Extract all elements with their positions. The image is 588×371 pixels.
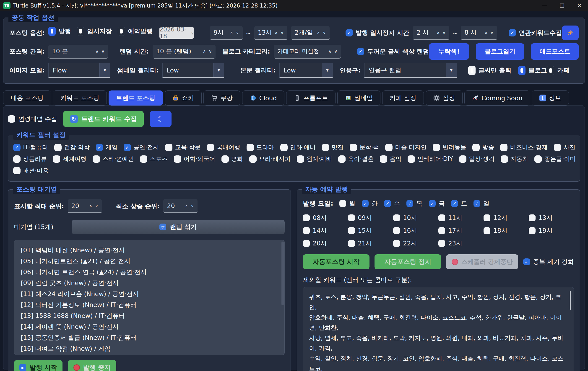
keyword-filter-checkbox[interactable]: 원예·재배 [297, 155, 332, 163]
posting-mode-radio[interactable]: 임시저장 [77, 27, 112, 36]
publish-day-checkbox[interactable]: 목 [406, 199, 422, 208]
adpost-button[interactable]: 애드포스트 [531, 43, 579, 60]
publish-time-checkbox[interactable]: 13시 [529, 214, 574, 222]
spinner-arrows-icon[interactable]: ∧∨ [182, 203, 194, 208]
tab-10[interactable]: Coming Soon [464, 90, 530, 106]
posting-mode-radio[interactable]: 예약발행 [118, 27, 153, 36]
keyword-filter-checkbox[interactable]: 세계여행 [53, 155, 86, 163]
keyword-filter-checkbox[interactable]: 인테리어·DIY [408, 155, 453, 163]
queue-list-item[interactable]: [13] 1588 1688 (Nnew) / IT·컴퓨터 [21, 310, 278, 321]
schedule-date-select[interactable]: 2026-03-18 ∨ [159, 27, 194, 39]
keyword-filter-checkbox[interactable]: IT·컴퓨터 [13, 143, 48, 151]
posting-mode-radio[interactable]: 발행 [48, 27, 71, 36]
keyword-filter-checkbox[interactable]: 어학·외국어 [174, 155, 215, 163]
keyword-filter-checkbox[interactable]: 음악 [380, 155, 401, 163]
pause-from-spinner[interactable]: 2 시 ∧∨ [413, 26, 449, 40]
publish-stop-button[interactable]: 발행 중지 [68, 360, 116, 371]
keyword-filter-checkbox[interactable]: 육아·결혼 [338, 155, 374, 163]
keyword-filter-checkbox[interactable]: 좋은글·이미지 [534, 155, 575, 163]
keyword-filter-checkbox[interactable]: 자동차 [501, 155, 528, 163]
tab-8[interactable]: 카페 설정 [382, 90, 424, 106]
text-only-checkbox[interactable]: 글씨만 출력 [468, 66, 511, 75]
keyword-filter-checkbox[interactable]: 요리·레시피 [249, 155, 291, 163]
auto-posting-start-button[interactable]: 자동포스팅 시작 [303, 254, 369, 269]
publish-time-checkbox[interactable]: 08시 [303, 214, 348, 222]
tab-9[interactable]: 설정 [426, 90, 462, 106]
queue-list-item[interactable]: [14] 세이렌 뜻 (Nnew) / 공연·전시 [21, 321, 278, 332]
queue-list-item[interactable]: [11] 예스24 라이브홀 (Nnew) / 공연·전시 [21, 289, 278, 300]
keyword-filter-checkbox[interactable]: 방송 [472, 143, 494, 151]
scrollbar[interactable] [570, 291, 571, 310]
quote-dropdown[interactable]: 인용구 랜덤 ▼ [364, 63, 457, 78]
related-keywords-checkbox[interactable]: 연관키워드수집 [509, 29, 562, 37]
spinner-arrows-icon[interactable]: ∧∨ [200, 49, 212, 54]
queue-list-item[interactable]: [06] 내가하면 로맨스 연극 (▲24) / 공연·전시 [21, 267, 278, 278]
tab-1[interactable]: 키워드 포스팅 [53, 90, 107, 106]
image-model-dropdown[interactable]: Flow ▼ [48, 63, 110, 78]
keyword-filter-checkbox[interactable]: 공연·전시 [124, 143, 159, 151]
tab-3[interactable]: 쇼커 [165, 90, 202, 106]
spinner-arrows-icon[interactable]: ∧∨ [314, 30, 326, 35]
queue-list-item[interactable]: [15] 공동인증서 발급 (Nnew) / IT·컴퓨터 [21, 332, 278, 343]
keyword-filter-checkbox[interactable]: 스타·연예인 [93, 155, 134, 163]
publish-time-checkbox[interactable]: 18시 [483, 227, 529, 235]
tab-11[interactable]: i정보 [532, 90, 569, 106]
pause-time-checkbox[interactable]: 발행 일시정지 시간 [346, 29, 410, 37]
min-rise-spinner[interactable]: 20 ∧∨ [163, 199, 198, 213]
pause-to-spinner[interactable]: 8 시 ∧∨ [461, 26, 497, 40]
queue-list[interactable]: [01] 백넘버 내한 (Nnew) / 공연·전시[05] 내가하면로맨스 (… [14, 240, 285, 355]
queue-list-item[interactable]: [12] 닥터신 기본정보 (Nnew) / IT·컴퓨터 [21, 300, 278, 310]
keyword-filter-checkbox[interactable]: 맛집 [322, 143, 344, 151]
keyword-filter-checkbox[interactable]: 반려동물 [433, 143, 466, 151]
queue-list-item[interactable]: [16] 대여르 약점 (Nnew) / 게임 [21, 343, 278, 354]
dedup-checkbox[interactable]: 중복 제거 강화 [523, 258, 574, 266]
keyword-filter-checkbox[interactable]: 문학·책 [350, 143, 379, 151]
body-quality-dropdown[interactable]: Low ▼ [279, 63, 333, 78]
keyword-filter-checkbox[interactable]: 비즈니스·경제 [500, 143, 547, 151]
keyword-filter-checkbox[interactable]: 만화·애니 [280, 143, 316, 151]
tab-4[interactable]: 쿠팡 [203, 90, 240, 106]
tab-7[interactable]: 썸네일 [337, 90, 380, 106]
scrollbar[interactable] [282, 241, 284, 305]
keyword-filter-checkbox[interactable]: 영화 [221, 155, 243, 163]
publish-time-checkbox[interactable]: 14시 [303, 227, 348, 235]
tab-2[interactable]: 트렌드 포스팅 [109, 90, 163, 106]
exclude-keywords-textarea[interactable]: 퀴즈, 토스, 분양, 청약, 두근두근, 살인, 죽음, 납치, 사고, 수익… [303, 287, 574, 371]
publish-time-checkbox[interactable]: 09시 [348, 214, 393, 222]
publish-day-checkbox[interactable]: 월 [339, 199, 355, 208]
publish-day-checkbox[interactable]: 수 [384, 199, 400, 208]
publish-time-checkbox[interactable]: 16시 [393, 227, 438, 235]
moon-theme-button[interactable]: ☾ [150, 111, 171, 127]
publish-day-checkbox[interactable]: 일 [473, 199, 489, 208]
tab-6[interactable]: 프롬프트 [286, 90, 336, 106]
posting-interval-spinner[interactable]: 10 분 ∧∨ [48, 45, 108, 59]
spinner-arrows-icon[interactable]: ∧∨ [326, 49, 337, 54]
publish-time-checkbox[interactable]: 10시 [393, 214, 438, 222]
keyword-filter-checkbox[interactable]: 일상·생각 [459, 155, 494, 163]
tab-0[interactable]: 내용 포스팅 [3, 90, 51, 106]
publish-time-checkbox[interactable]: 19시 [529, 227, 574, 235]
keyword-filter-checkbox[interactable]: 상품리뷰 [13, 155, 47, 163]
auto-posting-stop-button[interactable]: 자동포스팅 정지 [375, 254, 441, 269]
publish-day-checkbox[interactable]: 토 [451, 199, 467, 208]
time-to-spinner[interactable]: 13시 ∧∨ [254, 26, 287, 40]
keyword-filter-checkbox[interactable]: 교육·학문 [165, 143, 200, 151]
queue-list-item[interactable]: [09] 랄랄 굿즈 (Nnew) / 공연·전시 [21, 278, 278, 289]
queue-list-item[interactable]: [05] 내가하면로맨스 (▲21) / 공연·전시 [21, 256, 278, 267]
publish-time-checkbox[interactable]: 11시 [438, 214, 483, 222]
queue-list-item[interactable]: [17] 2026 퍼스트스탠드 (Nnew) / 게임 [21, 354, 278, 355]
bold-random-checkbox[interactable]: 두꺼운 글씨 색상 랜덤 [357, 47, 429, 56]
keyword-filter-checkbox[interactable]: 사진 [554, 143, 575, 151]
publish-day-checkbox[interactable]: 금 [429, 199, 445, 208]
per-day-spinner[interactable]: 2개/일 ∧∨ [291, 26, 330, 40]
minimize-button[interactable]: — [536, 0, 553, 11]
keyword-filter-checkbox[interactable]: 게임 [96, 143, 117, 151]
blog-category-spinner[interactable]: 카테고리 미설정 ∧∨ [274, 45, 341, 59]
publish-time-checkbox[interactable]: 22시 [393, 239, 438, 248]
queue-list-item[interactable]: [01] 백넘버 내한 (Nnew) / 공연·전시 [21, 245, 278, 256]
keyword-filter-checkbox[interactable]: 스포츠 [140, 155, 168, 163]
time-from-spinner[interactable]: 9시 ∧∨ [210, 26, 242, 40]
sun-theme-button[interactable]: ☀ [562, 26, 579, 40]
keyword-filter-checkbox[interactable]: 패션·미용 [13, 167, 49, 175]
spinner-arrows-icon[interactable]: ∧∨ [482, 30, 494, 35]
